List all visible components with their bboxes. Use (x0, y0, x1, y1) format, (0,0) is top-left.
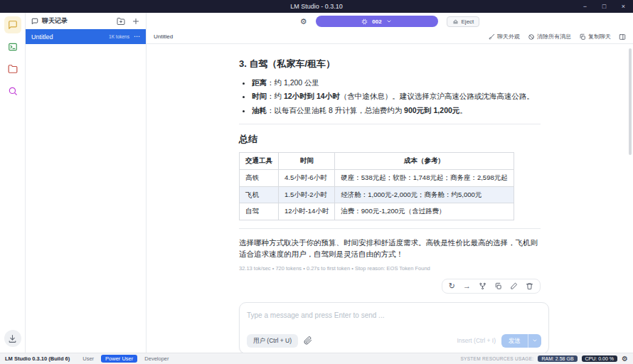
table-header-row: 交通工具 时间 成本（参考） (240, 153, 514, 170)
message-actions: ↻ → (239, 279, 541, 294)
clear-all-messages-label: 清除所有消息 (537, 33, 571, 41)
mode-developer[interactable]: Developer (140, 355, 173, 363)
panel-layout-icon (619, 33, 626, 41)
list-item: 距离：约 1,200 公里 (252, 77, 541, 88)
assistant-message: 3. 自驾（私家车/租车） 距离：约 1,200 公里 时间：约 12小时到 1… (239, 44, 541, 353)
new-chat-button[interactable] (132, 17, 140, 26)
app-body: 聊天记录 Untitled 1K tokens ⋯ ⚙ (0, 13, 633, 353)
minimize-button[interactable]: − (575, 0, 595, 13)
sidebar-title: 聊天记录 (42, 16, 68, 26)
maximize-button[interactable]: □ (595, 0, 614, 13)
delete-message-button[interactable] (526, 282, 533, 290)
loaded-model-selector[interactable]: 002 (316, 16, 438, 27)
send-options-chevron-icon[interactable] (528, 334, 541, 348)
list-item: 油耗：以每百公里油耗 8 升计算，总油费约为 900元到 1,200元。 (252, 105, 541, 116)
send-label: 发送 (501, 334, 528, 348)
table-header-cell: 时间 (279, 153, 335, 170)
table-row: 飞机1.5小时-2小时经济舱：1,000元-2,000元；商务舱：约5,000元 (240, 186, 514, 203)
bullet-bold: 油耗 (252, 106, 267, 114)
terminal-icon (8, 42, 18, 52)
divider (239, 228, 541, 229)
copy-icon (494, 282, 502, 290)
duplicate-chat-label: 复制聊天 (588, 33, 611, 41)
summary-heading: 总结 (239, 132, 541, 146)
chat-appearance-label: 聊天外观 (497, 33, 520, 41)
lm-studio-window: LM Studio - 0.3.10 − □ × (0, 0, 633, 364)
chat-transcript-area: 3. 自驾（私家车/租车） 距离：约 1,200 公里 时间：约 12小时到 1… (147, 44, 633, 353)
ram-usage-badge: RAM: 2.58 GB (538, 355, 577, 362)
model-settings-gear-icon[interactable]: ⚙ (300, 18, 307, 26)
nav-chat-button[interactable] (4, 16, 21, 33)
chat-more-icon[interactable]: ⋯ (134, 33, 140, 40)
chat-appearance-button[interactable]: 聊天外观 (488, 33, 520, 41)
user-mode-toggle: User Power User Developer (78, 355, 173, 363)
user-role-button[interactable]: 用户 (Ctrl + U) (247, 334, 298, 348)
window-controls: − □ × (575, 0, 633, 13)
table-cell: 硬座：538元起；软卧：1,748元起；商务座：2,598元起 (335, 169, 514, 186)
clear-all-messages-button[interactable]: 清除所有消息 (528, 33, 571, 41)
regenerate-button[interactable]: ↻ (449, 282, 455, 290)
rail-bottom (0, 330, 25, 347)
toggle-side-panel-button[interactable] (619, 33, 626, 41)
app-version: LM Studio 0.3.10 (Build 6) (5, 355, 70, 362)
nav-my-models-button[interactable] (4, 60, 21, 77)
table-cell: 4.5小时-6小时 (279, 169, 335, 186)
search-icon (8, 86, 18, 96)
table-cell: 飞机 (240, 186, 279, 203)
titlebar: LM Studio - 0.3.10 − □ × (0, 0, 633, 13)
chevron-down-icon (386, 18, 392, 24)
bullet-text: ：以每百公里油耗 8 升计算，总油费约为 (267, 106, 404, 114)
chat-tab-bar: Untitled 聊天外观 清除所有消息 复制聊天 (147, 30, 633, 44)
settings-gear-icon[interactable]: ⚙ (622, 355, 628, 363)
bullet-bold: 900元到 1,200元 (404, 106, 459, 114)
branch-fork-icon (479, 282, 486, 290)
chat-title: Untitled (154, 33, 173, 40)
copy-message-button[interactable] (494, 282, 502, 290)
bullet-bold: 12小时到 14小时 (284, 92, 340, 100)
generation-stats: 32.13 tok/sec • 720 tokens • 0.27s to fi… (239, 264, 541, 273)
nav-discover-button[interactable] (4, 82, 21, 100)
bullet-text: 。 (459, 106, 467, 114)
edit-message-button[interactable] (510, 282, 518, 290)
downloads-button[interactable] (4, 330, 21, 347)
bullet-bold: 距离 (252, 78, 267, 87)
folder-icon (8, 64, 18, 74)
table-row: 自驾12小时-14小时油费：900元-1,200元（含过路费） (240, 203, 514, 220)
model-chip-icon (361, 18, 368, 25)
brush-icon (488, 33, 495, 41)
duplicate-chat-button[interactable]: 复制聊天 (579, 33, 611, 41)
bullet-bold: 时间 (252, 92, 267, 100)
mode-power-user[interactable]: Power User (101, 355, 137, 363)
continue-button[interactable]: → (463, 282, 471, 290)
chat-bubble-icon (8, 20, 18, 30)
nav-developer-button[interactable] (4, 38, 21, 55)
mode-user[interactable]: User (78, 355, 98, 363)
bullet-list: 距离：约 1,200 公里 时间：约 12小时到 14小时（含中途休息）。建议选… (239, 77, 541, 116)
close-button[interactable]: × (614, 0, 633, 13)
send-button[interactable]: 发送 (501, 334, 541, 348)
bullet-text: （含中途休息）。建议选择京沪高速公路或沈海高速公路。 (340, 92, 534, 100)
clear-messages-icon (528, 33, 535, 41)
table-cell: 自驾 (240, 203, 279, 220)
summary-table-body: 高铁4.5小时-6小时硬座：538元起；软卧：1,748元起；商务座：2,598… (240, 169, 514, 220)
table-cell: 高铁 (240, 169, 279, 186)
pencil-icon (510, 282, 518, 290)
message-heading: 3. 自驾（私家车/租车） (239, 57, 541, 71)
bullet-text: ：约 (267, 92, 284, 100)
chat-token-count: 1K tokens (109, 34, 129, 39)
attach-file-button[interactable] (304, 336, 312, 345)
new-folder-button[interactable] (117, 17, 125, 26)
eject-label: Eject (462, 18, 474, 25)
cpu-usage-badge: CPU: 0.00 % (582, 355, 617, 362)
resources-label: SYSTEM RESOURCES USAGE: (460, 356, 533, 361)
table-header-cell: 成本（参考） (335, 153, 514, 170)
eject-model-button[interactable]: Eject (447, 16, 480, 27)
list-item: 时间：约 12小时到 14小时（含中途休息）。建议选择京沪高速公路或沈海高速公路… (252, 90, 541, 102)
message-composer: Type a message and press Enter to send .… (239, 302, 549, 353)
message-input[interactable]: Type a message and press Enter to send .… (247, 310, 541, 321)
branch-button[interactable] (479, 282, 486, 290)
window-title: LM Studio - 0.3.10 (290, 3, 343, 10)
chat-list-item[interactable]: Untitled 1K tokens ⋯ (26, 29, 146, 44)
scrollbar-thumb[interactable] (629, 48, 632, 155)
model-bar: ⚙ 002 Eject (147, 13, 633, 30)
